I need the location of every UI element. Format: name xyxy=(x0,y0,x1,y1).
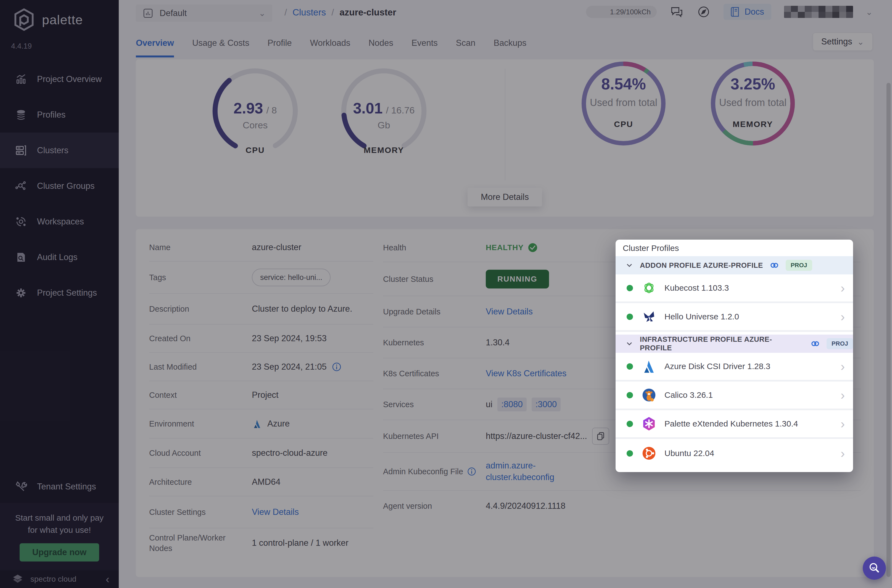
profile-layer-ubuntu[interactable]: Ubuntu 22.04 › xyxy=(616,439,853,468)
status-dot xyxy=(626,363,633,370)
profile-layer-name: Ubuntu 22.04 xyxy=(664,448,841,458)
section-name: ADDON PROFILE AZURE-PROFILE xyxy=(640,261,763,270)
scope-badge: PROJ xyxy=(827,338,853,349)
status-dot xyxy=(626,450,633,457)
addon-profile-section-header[interactable]: ADDON PROFILE AZURE-PROFILE PROJ xyxy=(616,256,853,274)
search-smile-icon xyxy=(868,561,881,575)
profile-layer-hello-universe[interactable]: Hello Universe 1.2.0 › xyxy=(616,303,853,332)
profile-layer-name: Kubecost 1.103.3 xyxy=(664,283,841,292)
scope-badge: PROJ xyxy=(786,260,812,271)
chevron-right-icon: › xyxy=(841,282,845,294)
link-icon xyxy=(811,339,820,348)
chevron-right-icon: › xyxy=(841,447,845,460)
ubuntu-icon xyxy=(641,446,657,461)
palette-app: palette 4.4.19 Project Overview Profiles xyxy=(0,0,892,588)
chevron-right-icon: › xyxy=(841,310,845,323)
section-name: INFRASTRUCTURE PROFILE AZURE-PROFILE xyxy=(640,335,804,352)
profile-layer-name: Calico 3.26.1 xyxy=(664,390,841,400)
cluster-profiles-popup: Cluster Profiles ADDON PROFILE AZURE-PRO… xyxy=(616,240,853,472)
calico-icon xyxy=(641,387,657,403)
status-dot xyxy=(626,421,633,427)
hello-universe-icon xyxy=(641,309,657,324)
chevron-down-icon xyxy=(626,340,633,348)
profile-layer-name: Hello Universe 1.2.0 xyxy=(664,312,841,321)
status-dot xyxy=(626,285,633,291)
profile-layer-palette-extended-kubernetes[interactable]: Palette eXtended Kubernetes 1.30.4 › xyxy=(616,410,853,439)
palette-pxk-icon xyxy=(641,416,657,432)
kubecost-icon xyxy=(641,280,657,296)
azure-icon xyxy=(641,358,657,374)
popup-title: Cluster Profiles xyxy=(616,240,853,256)
chevron-down-icon xyxy=(626,261,633,269)
link-icon xyxy=(770,261,779,269)
infrastructure-profile-section-header[interactable]: INFRASTRUCTURE PROFILE AZURE-PROFILE PRO… xyxy=(616,334,853,353)
status-dot xyxy=(626,392,633,398)
status-dot xyxy=(626,314,633,320)
chevron-right-icon: › xyxy=(841,360,845,373)
profile-layer-kubecost[interactable]: Kubecost 1.103.3 › xyxy=(616,274,853,303)
help-search-fab[interactable] xyxy=(863,556,886,580)
profile-layer-azure-disk-csi[interactable]: Azure Disk CSI Driver 1.28.3 › xyxy=(616,353,853,381)
profile-layer-calico[interactable]: Calico 3.26.1 › xyxy=(616,381,853,410)
profile-layer-name: Palette eXtended Kubernetes 1.30.4 xyxy=(664,419,841,429)
chevron-right-icon: › xyxy=(841,417,845,430)
profile-layer-name: Azure Disk CSI Driver 1.28.3 xyxy=(664,362,841,371)
chevron-right-icon: › xyxy=(841,388,845,401)
